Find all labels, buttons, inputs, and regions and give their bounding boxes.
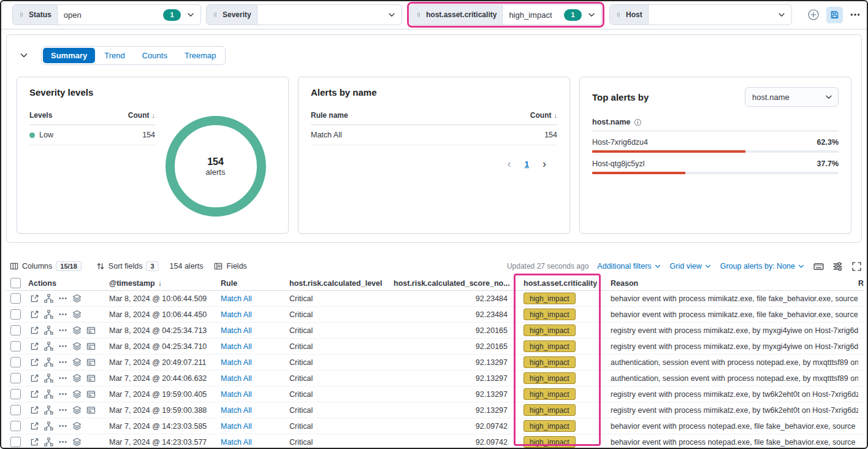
row-checkbox[interactable] bbox=[10, 373, 21, 383]
header-risk-level[interactable]: host.risk.calculated_level bbox=[289, 279, 394, 288]
select-all-checkbox[interactable] bbox=[10, 278, 21, 288]
row-checkbox[interactable] bbox=[10, 341, 21, 351]
expand-alert-icon[interactable] bbox=[30, 405, 39, 415]
prev-page-icon[interactable]: ‹ bbox=[504, 158, 515, 170]
expand-alert-icon[interactable] bbox=[30, 437, 39, 447]
analyzer-icon[interactable] bbox=[44, 294, 53, 303]
filter-severity[interactable]: Severity bbox=[206, 4, 402, 25]
grid-view-button[interactable]: Grid view bbox=[670, 262, 712, 271]
header-criticality[interactable]: host.asset.criticality bbox=[512, 279, 611, 288]
row-checkbox[interactable] bbox=[10, 325, 21, 336]
layers-icon[interactable] bbox=[72, 390, 82, 399]
layers-icon[interactable] bbox=[72, 437, 82, 447]
collapse-chevron-icon[interactable] bbox=[19, 50, 29, 60]
fields-button[interactable]: Fields bbox=[214, 262, 246, 271]
rule-link[interactable]: Match All bbox=[221, 390, 252, 399]
rule-link[interactable]: Match All bbox=[221, 438, 252, 447]
drag-handle-icon[interactable] bbox=[212, 10, 218, 19]
row-checkbox[interactable] bbox=[10, 437, 21, 447]
more-actions-icon[interactable] bbox=[58, 294, 67, 303]
top-alerts-field-select[interactable]: host.name bbox=[745, 87, 839, 107]
add-filter-button[interactable] bbox=[807, 9, 820, 21]
header-reason[interactable]: Reason bbox=[611, 279, 858, 288]
rule-link[interactable]: Match All bbox=[221, 422, 252, 431]
rule-link[interactable]: Match All bbox=[221, 294, 252, 303]
more-actions-icon[interactable] bbox=[58, 326, 67, 335]
analyzer-icon[interactable] bbox=[44, 421, 53, 431]
rule-link[interactable]: Match All bbox=[221, 374, 252, 383]
chevron-down-icon[interactable] bbox=[387, 10, 396, 19]
rule-link[interactable]: Match All bbox=[221, 326, 252, 335]
layers-icon[interactable] bbox=[72, 294, 82, 303]
sort-fields-button[interactable]: Sort fields 3 bbox=[96, 261, 159, 271]
expand-alert-icon[interactable] bbox=[30, 310, 39, 319]
analyzer-icon[interactable] bbox=[44, 374, 53, 383]
more-actions-icon[interactable] bbox=[58, 405, 67, 415]
row-checkbox[interactable] bbox=[10, 309, 21, 320]
row-checkbox[interactable] bbox=[10, 357, 21, 367]
chevron-down-icon[interactable] bbox=[587, 10, 596, 19]
display-options-icon[interactable] bbox=[832, 261, 843, 272]
filter-criticality[interactable]: host.asset.criticality high_impact 1 bbox=[409, 4, 602, 25]
count-header[interactable]: Count↓ bbox=[128, 111, 155, 120]
session-view-icon[interactable] bbox=[86, 326, 96, 335]
columns-button[interactable]: Columns 15/18 bbox=[10, 261, 82, 271]
tab-treemap[interactable]: Treemap bbox=[177, 48, 224, 63]
session-view-icon[interactable] bbox=[86, 405, 96, 415]
session-view-icon[interactable] bbox=[86, 358, 96, 367]
group-alerts-button[interactable]: Group alerts by: None bbox=[720, 262, 805, 271]
analyzer-icon[interactable] bbox=[44, 310, 53, 319]
row-checkbox[interactable] bbox=[10, 389, 21, 399]
more-actions-icon[interactable] bbox=[58, 421, 67, 431]
layers-icon[interactable] bbox=[72, 358, 82, 367]
row-checkbox[interactable] bbox=[10, 405, 21, 415]
drag-handle-icon[interactable] bbox=[615, 10, 622, 19]
tab-counts[interactable]: Counts bbox=[134, 48, 175, 63]
analyzer-icon[interactable] bbox=[44, 390, 53, 399]
drag-handle-icon[interactable] bbox=[18, 10, 25, 19]
tab-summary[interactable]: Summary bbox=[43, 48, 95, 63]
info-icon[interactable] bbox=[634, 118, 642, 126]
more-actions-icon[interactable] bbox=[58, 437, 67, 447]
rule-link[interactable]: Match All bbox=[221, 310, 252, 319]
chevron-down-icon[interactable] bbox=[186, 10, 195, 19]
header-timestamp[interactable]: @timestamp↓ bbox=[109, 279, 221, 288]
more-actions-icon[interactable] bbox=[58, 374, 67, 383]
filter-status[interactable]: Status open 1 bbox=[12, 4, 201, 25]
drag-handle-icon[interactable] bbox=[416, 10, 422, 19]
more-actions-icon[interactable] bbox=[58, 342, 67, 351]
layers-icon[interactable] bbox=[72, 310, 82, 319]
keyboard-shortcuts-icon[interactable] bbox=[813, 261, 824, 272]
layers-icon[interactable] bbox=[72, 405, 82, 415]
analyzer-icon[interactable] bbox=[44, 326, 53, 335]
analyzer-icon[interactable] bbox=[44, 405, 53, 415]
layers-icon[interactable] bbox=[72, 374, 82, 383]
session-view-icon[interactable] bbox=[86, 374, 96, 383]
session-view-icon[interactable] bbox=[86, 390, 96, 399]
header-risk-score[interactable]: host.risk.calculated_score_no... bbox=[394, 279, 512, 288]
additional-filters-button[interactable]: Additional filters bbox=[597, 262, 661, 271]
next-page-icon[interactable]: › bbox=[539, 158, 550, 170]
expand-alert-icon[interactable] bbox=[30, 326, 39, 335]
header-rule[interactable]: Rule bbox=[221, 279, 289, 288]
expand-alert-icon[interactable] bbox=[30, 358, 39, 367]
rule-link[interactable]: Match All bbox=[221, 342, 252, 351]
row-checkbox[interactable] bbox=[10, 421, 21, 431]
session-view-icon[interactable] bbox=[86, 342, 96, 351]
filter-set-menu-button[interactable] bbox=[850, 9, 861, 20]
expand-alert-icon[interactable] bbox=[30, 294, 39, 303]
tab-trend[interactable]: Trend bbox=[96, 48, 132, 63]
expand-alert-icon[interactable] bbox=[30, 342, 39, 351]
expand-alert-icon[interactable] bbox=[30, 390, 39, 399]
rule-link[interactable]: Match All bbox=[221, 358, 252, 367]
row-checkbox[interactable] bbox=[10, 293, 21, 304]
analyzer-icon[interactable] bbox=[44, 342, 53, 351]
page-number[interactable]: 1 bbox=[525, 159, 529, 169]
more-actions-icon[interactable] bbox=[58, 358, 67, 367]
more-actions-icon[interactable] bbox=[58, 310, 67, 319]
expand-alert-icon[interactable] bbox=[30, 421, 39, 431]
count-header[interactable]: Count↓ bbox=[530, 111, 557, 120]
chevron-down-icon[interactable] bbox=[777, 10, 786, 19]
rule-link[interactable]: Match All bbox=[221, 406, 252, 415]
layers-icon[interactable] bbox=[72, 342, 82, 351]
